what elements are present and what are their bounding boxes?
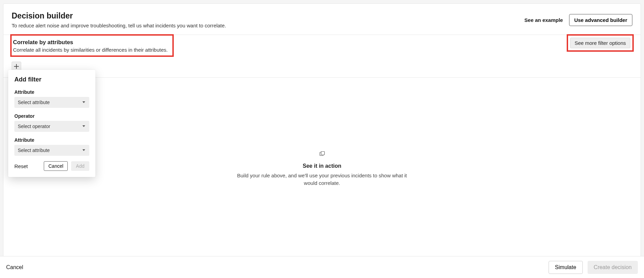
correlate-title: Correlate by attributes — [12, 39, 168, 46]
plus-icon — [14, 64, 19, 69]
popover-cancel-button[interactable]: Cancel — [44, 161, 68, 171]
correlate-description: Correlate all incidents by similarities … — [12, 47, 168, 53]
attribute2-label: Attribute — [14, 137, 89, 143]
svg-rect-1 — [321, 152, 325, 155]
footer-bar: Cancel Simulate Create decision — [0, 256, 644, 278]
operator-select[interactable]: Select operator — [14, 121, 89, 132]
popover-title: Add filter — [14, 76, 89, 83]
add-filter-popover: Add filter Attribute Select attribute Op… — [8, 70, 95, 177]
correlate-row: Correlate by attributes Correlate all in… — [12, 35, 632, 57]
page-description: To reduce alert noise and improve troubl… — [12, 23, 226, 28]
main-card: Decision builder To reduce alert noise a… — [3, 3, 641, 260]
popover-add-button[interactable]: Add — [71, 161, 89, 171]
preview-icon — [319, 151, 326, 157]
correlate-section: Correlate by attributes Correlate all in… — [3, 35, 641, 78]
attribute-select-value: Select attribute — [18, 100, 50, 105]
see-more-filter-options-button[interactable]: See more filter options — [570, 38, 630, 48]
header-actions: See an example Use advanced builder — [524, 14, 632, 26]
attribute2-field-group: Attribute Select attribute — [14, 137, 89, 156]
header-row: Decision builder To reduce alert noise a… — [3, 4, 641, 35]
see-example-link[interactable]: See an example — [524, 17, 563, 23]
reset-button[interactable]: Reset — [14, 163, 28, 169]
attribute-select[interactable]: Select attribute — [14, 97, 89, 108]
attribute-label: Attribute — [14, 89, 89, 95]
preview-title: See it in action — [303, 163, 341, 169]
attribute2-select-value: Select attribute — [18, 148, 50, 153]
attribute2-select[interactable]: Select attribute — [14, 145, 89, 156]
preview-description: Build your rule above, and we'll use you… — [233, 172, 411, 187]
operator-field-group: Operator Select operator — [14, 113, 89, 132]
operator-select-value: Select operator — [18, 124, 50, 129]
header-left: Decision builder To reduce alert noise a… — [12, 11, 226, 28]
popover-footer: Reset Cancel Add — [14, 161, 89, 171]
correlate-by-attributes-highlight: Correlate by attributes Correlate all in… — [10, 34, 174, 57]
create-decision-button[interactable]: Create decision — [588, 261, 638, 274]
footer-right: Simulate Create decision — [549, 261, 638, 274]
footer-cancel-button[interactable]: Cancel — [6, 264, 23, 270]
preview-area: See it in action Build your rule above, … — [3, 78, 641, 260]
operator-label: Operator — [14, 113, 89, 119]
popover-footer-right: Cancel Add — [44, 161, 89, 171]
page-title: Decision builder — [12, 11, 226, 21]
use-advanced-builder-button[interactable]: Use advanced builder — [569, 14, 632, 26]
simulate-button[interactable]: Simulate — [549, 261, 583, 274]
see-more-highlight: See more filter options — [567, 34, 634, 52]
attribute-field-group: Attribute Select attribute — [14, 89, 89, 108]
